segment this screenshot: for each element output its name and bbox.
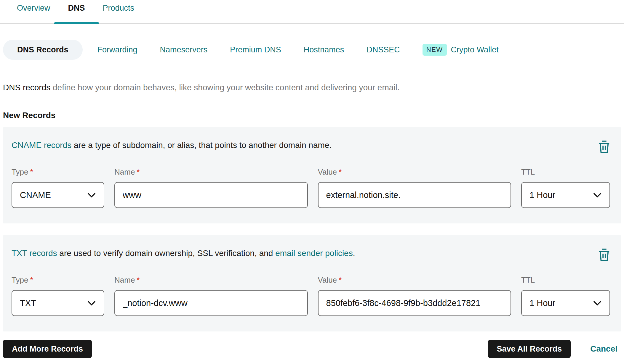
- subtab-crypto-wallet-label: Crypto Wallet: [451, 45, 499, 54]
- subtab-forwarding[interactable]: Forwarding: [90, 40, 145, 60]
- record-description: TXT records are used to verify domain ow…: [12, 248, 610, 259]
- value-label: Value*: [318, 167, 511, 177]
- type-select-value: TXT: [20, 298, 36, 308]
- record-fields-row: Type* TXT Name* Value* TTL 1 Hour: [12, 276, 610, 316]
- cname-records-link[interactable]: CNAME records: [12, 141, 71, 150]
- subtab-dns-records[interactable]: DNS Records: [3, 40, 83, 60]
- value-label: Value*: [318, 276, 511, 285]
- chevron-down-icon: [593, 192, 602, 198]
- ttl-label: TTL: [521, 276, 610, 285]
- tab-products[interactable]: Products: [94, 4, 143, 23]
- record-card-txt: TXT records are used to verify domain ow…: [3, 235, 621, 331]
- ttl-select-value: 1 Hour: [529, 298, 555, 308]
- record-description-text: are a type of subdomain, or alias, that …: [71, 141, 332, 150]
- subtab-crypto-wallet[interactable]: NEW Crypto Wallet: [415, 40, 506, 60]
- record-fields-row: Type* CNAME Name* Value* TTL 1 Hour: [12, 167, 610, 208]
- txt-records-link[interactable]: TXT records: [12, 249, 57, 258]
- type-label: Type*: [12, 276, 104, 285]
- name-input[interactable]: [114, 290, 308, 316]
- ttl-select[interactable]: 1 Hour: [521, 290, 610, 316]
- new-records-heading: New Records: [3, 111, 624, 120]
- dns-intro-text: DNS records define how your domain behav…: [3, 82, 624, 94]
- record-description-text: are used to verify domain ownership, SSL…: [57, 249, 276, 258]
- dns-intro-rest: define how your domain behaves, like sho…: [50, 83, 399, 92]
- tab-dns-label: DNS: [68, 4, 85, 12]
- new-badge: NEW: [423, 44, 447, 56]
- top-tab-bar: Overview DNS Products: [0, 0, 624, 24]
- ttl-select-value: 1 Hour: [529, 190, 555, 200]
- chevron-down-icon: [87, 192, 96, 198]
- type-label: Type*: [12, 167, 104, 177]
- name-label: Name*: [114, 167, 308, 177]
- name-label: Name*: [114, 276, 308, 285]
- record-description-end: .: [353, 249, 355, 258]
- required-asterisk: *: [339, 167, 342, 176]
- trash-icon: [598, 140, 610, 154]
- required-asterisk: *: [339, 276, 342, 284]
- record-description: CNAME records are a type of subdomain, o…: [12, 140, 610, 151]
- name-input[interactable]: [114, 182, 308, 208]
- add-more-records-button[interactable]: Add More Records: [3, 340, 92, 358]
- ttl-select[interactable]: 1 Hour: [521, 182, 610, 208]
- tab-dns[interactable]: DNS: [59, 4, 94, 23]
- subtab-hostnames[interactable]: Hostnames: [296, 40, 352, 60]
- value-input[interactable]: [318, 182, 511, 208]
- dns-records-link[interactable]: DNS records: [3, 83, 50, 92]
- chevron-down-icon: [593, 300, 602, 306]
- subtab-nameservers[interactable]: Nameservers: [152, 40, 215, 60]
- dns-subtab-bar: DNS Records Forwarding Nameservers Premi…: [3, 40, 624, 60]
- type-select[interactable]: CNAME: [12, 182, 104, 208]
- required-asterisk: *: [137, 167, 140, 176]
- email-sender-policies-link[interactable]: email sender policies: [275, 249, 353, 258]
- save-all-records-button[interactable]: Save All Records: [488, 340, 571, 358]
- subtab-premium-dns[interactable]: Premium DNS: [222, 40, 289, 60]
- ttl-label: TTL: [521, 167, 610, 177]
- type-select[interactable]: TXT: [12, 290, 104, 316]
- required-asterisk: *: [30, 276, 33, 284]
- chevron-down-icon: [87, 300, 96, 306]
- required-asterisk: *: [30, 167, 33, 176]
- subtab-dnssec[interactable]: DNSSEC: [359, 40, 408, 60]
- active-tab-indicator: [54, 22, 99, 24]
- required-asterisk: *: [137, 276, 140, 284]
- tab-overview[interactable]: Overview: [8, 4, 59, 23]
- value-input[interactable]: [318, 290, 511, 316]
- record-card-cname: CNAME records are a type of subdomain, o…: [3, 127, 621, 223]
- cancel-button[interactable]: Cancel: [590, 344, 617, 354]
- trash-icon: [598, 248, 610, 262]
- footer-actions: Add More Records Save All Records Cancel: [3, 340, 621, 358]
- delete-record-button[interactable]: [597, 139, 611, 154]
- delete-record-button[interactable]: [597, 247, 611, 262]
- type-select-value: CNAME: [20, 190, 51, 200]
